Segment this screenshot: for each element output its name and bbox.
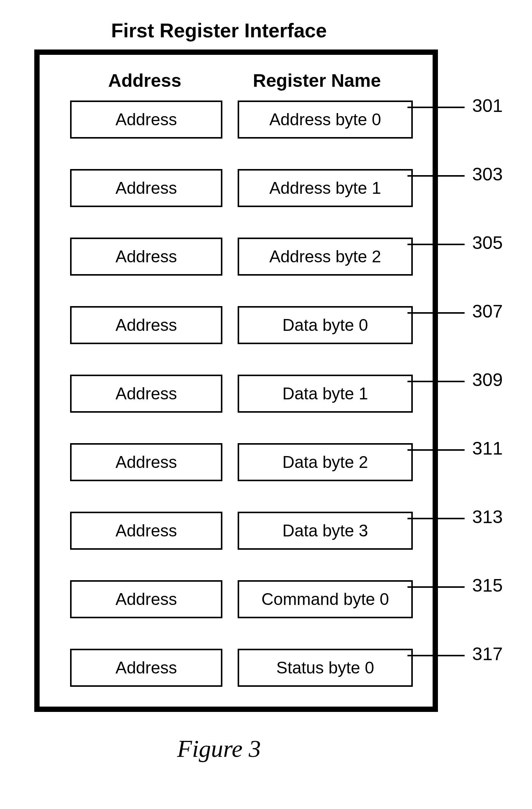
address-cell: Address bbox=[70, 512, 222, 550]
register-cell: Address byte 2 bbox=[238, 238, 413, 276]
reference-number: 317 bbox=[472, 643, 503, 664]
address-cell: Address bbox=[70, 169, 222, 207]
leader-line bbox=[407, 244, 465, 245]
reference-number: 303 bbox=[472, 164, 503, 185]
address-cell: Address bbox=[70, 649, 222, 687]
leader-line bbox=[407, 518, 465, 519]
register-cell: Data byte 2 bbox=[238, 443, 413, 481]
register-cell: Command byte 0 bbox=[238, 580, 413, 618]
register-cell: Address byte 1 bbox=[238, 169, 413, 207]
reference-number: 313 bbox=[472, 506, 503, 527]
register-cell: Address byte 0 bbox=[238, 101, 413, 139]
register-frame: Address Register Name Address Address by… bbox=[34, 49, 438, 712]
leader-line bbox=[407, 381, 465, 382]
leader-line bbox=[407, 175, 465, 177]
address-cell: Address bbox=[70, 443, 222, 481]
column-header-register: Register Name bbox=[253, 70, 381, 91]
address-cell: Address bbox=[70, 580, 222, 618]
register-cell: Data byte 1 bbox=[238, 375, 413, 413]
leader-line bbox=[407, 312, 465, 314]
address-cell: Address bbox=[70, 238, 222, 276]
leader-line bbox=[407, 586, 465, 588]
reference-number: 301 bbox=[472, 95, 503, 116]
figure-caption: Figure 3 bbox=[0, 735, 438, 763]
address-cell: Address bbox=[70, 101, 222, 139]
reference-number: 315 bbox=[472, 575, 503, 596]
register-cell: Data byte 0 bbox=[238, 306, 413, 344]
reference-number: 311 bbox=[472, 438, 503, 459]
reference-number: 305 bbox=[472, 232, 503, 253]
address-cell: Address bbox=[70, 375, 222, 413]
leader-line bbox=[407, 449, 465, 451]
leader-line bbox=[407, 655, 465, 656]
column-header-address: Address bbox=[108, 70, 181, 91]
page: First Register Interface Address Registe… bbox=[0, 0, 532, 809]
reference-number: 309 bbox=[472, 369, 503, 390]
leader-line bbox=[407, 107, 465, 108]
reference-number: 307 bbox=[472, 301, 503, 322]
register-cell: Data byte 3 bbox=[238, 512, 413, 550]
address-cell: Address bbox=[70, 306, 222, 344]
register-cell: Status byte 0 bbox=[238, 649, 413, 687]
diagram-title: First Register Interface bbox=[0, 19, 438, 42]
